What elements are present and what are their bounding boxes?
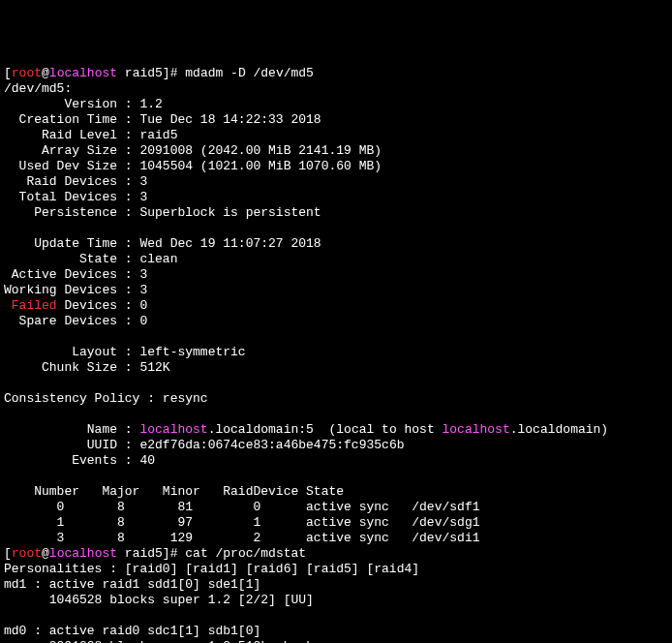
prompt-line[interactable]: [root@localhost raid5]# cat /proc/mdstat — [4, 546, 306, 561]
mdstat-personalities: Personalities : [raid0] [raid1] [raid6] … — [4, 562, 419, 576]
mdstat-md1-detail: 1046528 blocks super 1.2 [2/2] [UU] — [4, 593, 314, 607]
field-used-size: Used Dev Size : 1045504 (1021.00 MiB 107… — [4, 159, 382, 173]
host-text: localhost — [49, 546, 117, 561]
command-text: mdadm -D /dev/md5 — [185, 66, 314, 80]
field-spare-devices: Spare Devices : 0 — [4, 314, 147, 328]
field-total-devices: Total Devices : 3 — [4, 190, 147, 204]
user-text: root — [12, 546, 42, 561]
device-table-header: Number Major Minor RaidDevice State — [4, 484, 344, 499]
field-layout: Layout : left-symmetric — [4, 345, 246, 359]
field-uuid: UUID : e2df76da:0674ce83:a46be475:fc935c… — [4, 438, 404, 452]
field-working-devices: Working Devices : 3 — [4, 283, 147, 297]
device-row: 0 8 81 0 active sync /dev/sdf1 — [4, 500, 479, 514]
field-active-devices: Active Devices : 3 — [4, 267, 147, 282]
field-raid-devices: Raid Devices : 3 — [4, 174, 147, 189]
field-name: Name : localhost.localdomain:5 (local to… — [4, 422, 608, 437]
field-persistence: Persistence : Superblock is persistent — [4, 205, 321, 220]
field-ctime: Creation Time : Tue Dec 18 14:22:33 2018 — [4, 112, 321, 127]
mdstat-md1: md1 : active raid1 sdd1[0] sde1[1] — [4, 577, 260, 592]
field-version: Version : 1.2 — [4, 97, 163, 111]
field-chunk-size: Chunk Size : 512K — [4, 360, 170, 375]
user-text: root — [12, 66, 42, 80]
mdstat-md0-detail: 2091008 blocks super 1.2 512k chunks — [4, 639, 321, 643]
device-path: /dev/md5: — [4, 81, 72, 96]
mdstat-md0: md0 : active raid0 sdc1[1] sdb1[0] — [4, 624, 260, 638]
command-text: cat /proc/mdstat — [185, 546, 306, 561]
field-failed-devices: Failed Devices : 0 — [4, 298, 147, 313]
prompt-line[interactable]: [root@localhost raid5]# mdadm -D /dev/md… — [4, 66, 314, 80]
field-consistency-policy: Consistency Policy : resync — [4, 391, 208, 406]
field-update-time: Update Time : Wed Dec 19 11:07:27 2018 — [4, 236, 321, 251]
device-row: 1 8 97 1 active sync /dev/sdg1 — [4, 515, 479, 530]
field-events: Events : 40 — [4, 453, 155, 468]
host-text: localhost — [49, 66, 117, 80]
field-state: State : clean — [4, 252, 177, 266]
device-row: 3 8 129 2 active sync /dev/sdi1 — [4, 531, 479, 545]
field-raid-level: Raid Level : raid5 — [4, 128, 177, 142]
field-array-size: Array Size : 2091008 (2042.00 MiB 2141.1… — [4, 143, 382, 158]
terminal-output: [root@localhost raid5]# mdadm -D /dev/md… — [4, 66, 668, 643]
